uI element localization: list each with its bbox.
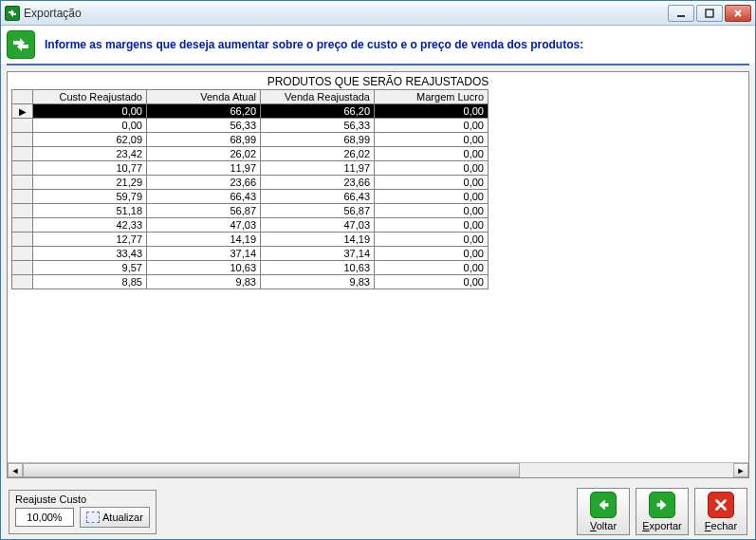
table-cell[interactable]: 23,66 xyxy=(147,176,261,190)
row-indicator xyxy=(12,147,33,161)
table-cell[interactable]: 9,83 xyxy=(261,275,375,289)
table-cell[interactable]: 56,87 xyxy=(147,204,261,218)
table-cell[interactable]: 51,18 xyxy=(33,204,147,218)
table-cell[interactable]: 0,00 xyxy=(375,218,489,233)
column-header[interactable]: Venda Atual xyxy=(147,90,261,104)
table-cell[interactable]: 11,97 xyxy=(147,161,261,176)
table-cell[interactable]: 23,66 xyxy=(261,176,375,190)
column-header[interactable]: Custo Reajustado xyxy=(33,90,147,104)
table-cell[interactable]: 0,00 xyxy=(375,176,489,190)
table-cell[interactable]: 14,19 xyxy=(261,233,375,247)
table-cell[interactable]: 0,00 xyxy=(375,261,489,275)
table-cell[interactable]: 42,33 xyxy=(33,218,147,233)
table-cell[interactable]: 0,00 xyxy=(375,119,489,133)
back-button-label: Voltar xyxy=(590,520,617,531)
table-cell[interactable]: 47,03 xyxy=(147,218,261,233)
table-cell[interactable]: 56,33 xyxy=(147,119,261,133)
table-row[interactable]: 0,0056,3356,330,00 xyxy=(12,119,489,133)
table-cell[interactable]: 10,63 xyxy=(261,261,375,275)
table-cell[interactable]: 0,00 xyxy=(375,275,489,289)
table-cell[interactable]: 33,43 xyxy=(33,247,147,261)
row-indicator xyxy=(12,247,33,261)
table-row[interactable]: 21,2923,6623,660,00 xyxy=(12,176,489,190)
table-cell[interactable]: 66,43 xyxy=(261,190,375,204)
table-row[interactable]: 51,1856,8756,870,00 xyxy=(12,204,489,218)
table-cell[interactable]: 56,33 xyxy=(261,119,375,133)
minimize-button[interactable] xyxy=(668,5,694,22)
table-cell[interactable]: 66,43 xyxy=(147,190,261,204)
back-button[interactable]: Voltar xyxy=(577,488,630,535)
table-row[interactable]: 10,7711,9711,970,00 xyxy=(12,161,489,176)
update-button[interactable]: Atualizar xyxy=(80,507,150,528)
table-cell[interactable]: 68,99 xyxy=(261,133,375,147)
table-cell[interactable]: 0,00 xyxy=(375,133,489,147)
table-cell[interactable]: 66,20 xyxy=(261,104,375,119)
table-cell[interactable]: 9,57 xyxy=(33,261,147,275)
table-cell[interactable]: 0,00 xyxy=(375,233,489,247)
row-indicator xyxy=(12,275,33,289)
table-cell[interactable]: 12,77 xyxy=(33,233,147,247)
table-cell[interactable]: 0,00 xyxy=(33,104,147,119)
table-row[interactable]: 62,0968,9968,990,00 xyxy=(12,133,489,147)
close-icon xyxy=(708,492,734,518)
table-row[interactable]: 42,3347,0347,030,00 xyxy=(12,218,489,233)
table-cell[interactable]: 0,00 xyxy=(375,247,489,261)
table-row[interactable]: 12,7714,1914,190,00 xyxy=(12,233,489,247)
table-row[interactable]: 23,4226,0226,020,00 xyxy=(12,147,489,161)
table-cell[interactable]: 56,87 xyxy=(261,204,375,218)
export-button-label: Exportar xyxy=(642,520,682,531)
grid-title: PRODUTOS QUE SERÃO REAJUSTADOS xyxy=(8,72,748,89)
export-button[interactable]: Exportar xyxy=(636,488,689,535)
header-instruction: Informe as margens que deseja aumentar s… xyxy=(45,38,583,51)
table-row[interactable]: 33,4337,1437,140,00 xyxy=(12,247,489,261)
table-cell[interactable]: 21,29 xyxy=(33,176,147,190)
row-indicator xyxy=(12,176,33,190)
table-cell[interactable]: 14,19 xyxy=(147,233,261,247)
table-cell[interactable]: 66,20 xyxy=(147,104,261,119)
table-cell[interactable]: 0,00 xyxy=(375,104,489,119)
table-cell[interactable]: 11,97 xyxy=(261,161,375,176)
close-button[interactable]: Fechar xyxy=(694,488,747,535)
scroll-left-button[interactable]: ◄ xyxy=(8,463,23,477)
row-indicator xyxy=(12,204,33,218)
scroll-right-button[interactable]: ► xyxy=(733,463,748,477)
table-row[interactable]: 9,5710,6310,630,00 xyxy=(12,261,489,275)
table-cell[interactable]: 0,00 xyxy=(375,190,489,204)
column-header[interactable]: Venda Reajustada xyxy=(261,90,375,104)
reajuste-label: Reajuste Custo xyxy=(15,493,150,505)
export-window: Exportação Informe as margens que deseja… xyxy=(0,0,756,540)
scroll-track[interactable] xyxy=(23,463,733,477)
table-cell[interactable]: 0,00 xyxy=(375,204,489,218)
table-cell[interactable]: 8,85 xyxy=(33,275,147,289)
scroll-thumb[interactable] xyxy=(23,463,520,477)
separator xyxy=(7,64,749,65)
close-window-button[interactable] xyxy=(725,5,751,22)
row-indicator xyxy=(12,119,33,133)
arrow-left-icon xyxy=(590,492,617,518)
horizontal-scrollbar[interactable]: ◄ ► xyxy=(8,462,748,477)
table-cell[interactable]: 37,14 xyxy=(147,247,261,261)
table-cell[interactable]: 26,02 xyxy=(147,147,261,161)
table-row[interactable]: 8,859,839,830,00 xyxy=(12,275,489,289)
table-cell[interactable]: 0,00 xyxy=(375,147,489,161)
table-cell[interactable]: 59,79 xyxy=(33,190,147,204)
products-table[interactable]: Custo ReajustadoVenda AtualVenda Reajust… xyxy=(11,89,489,289)
maximize-button[interactable] xyxy=(696,5,723,22)
table-cell[interactable]: 62,09 xyxy=(33,133,147,147)
table-cell[interactable]: 47,03 xyxy=(261,218,375,233)
table-cell[interactable]: 68,99 xyxy=(147,133,261,147)
table-cell[interactable]: 10,77 xyxy=(33,161,147,176)
table-cell[interactable]: 0,00 xyxy=(375,161,489,176)
column-header[interactable]: Margem Lucro xyxy=(375,90,489,104)
table-cell[interactable]: 9,83 xyxy=(147,275,261,289)
table-row[interactable]: 59,7966,4366,430,00 xyxy=(12,190,489,204)
table-cell[interactable]: 23,42 xyxy=(33,147,147,161)
table-row[interactable]: ▶0,0066,2066,200,00 xyxy=(12,104,489,119)
table-cell[interactable]: 10,63 xyxy=(147,261,261,275)
reajuste-input[interactable] xyxy=(15,508,74,527)
table-cell[interactable]: 37,14 xyxy=(261,247,375,261)
row-indicator xyxy=(12,218,33,233)
refresh-icon xyxy=(86,512,100,523)
table-cell[interactable]: 0,00 xyxy=(33,119,147,133)
table-cell[interactable]: 26,02 xyxy=(261,147,375,161)
